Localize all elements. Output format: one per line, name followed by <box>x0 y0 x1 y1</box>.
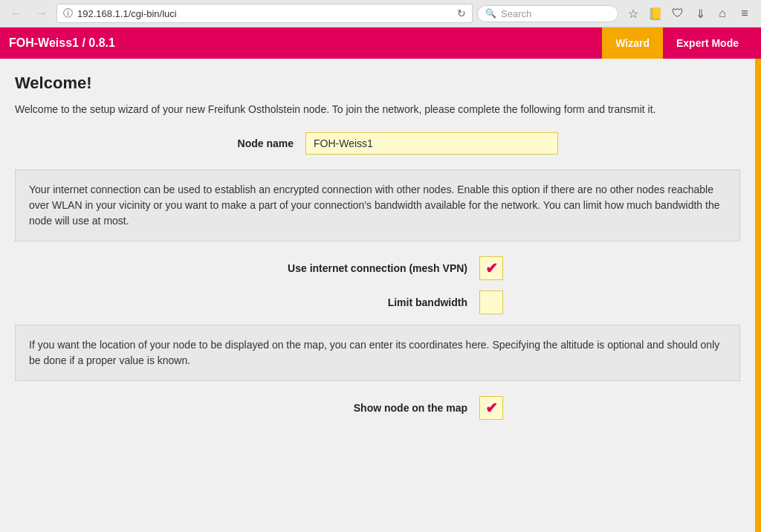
browser-chrome: ← → ⓘ 192.168.1.1/cgi-bin/luci ↻ 🔍 Searc… <box>0 0 761 27</box>
location-info-box: If you want the location of your node to… <box>15 325 740 381</box>
header-nav: Wizard Expert Mode <box>602 27 752 59</box>
shield-button[interactable]: 🛡 <box>667 3 688 24</box>
search-placeholder: Search <box>501 8 531 19</box>
menu-button[interactable]: ≡ <box>734 3 755 24</box>
vpn-info-text: Your internet connection can be used to … <box>29 184 720 227</box>
location-info-text: If you want the location of your node to… <box>29 339 719 366</box>
page-content: Welcome! Welcome to the setup wizard of … <box>0 59 755 532</box>
expert-mode-nav-button[interactable]: Expert Mode <box>663 27 752 59</box>
forward-button[interactable]: → <box>31 3 52 24</box>
bag-button[interactable]: 📒 <box>645 3 666 24</box>
browser-actions: ☆ 📒 🛡 ⇓ ⌂ ≡ <box>623 3 755 24</box>
page-wrapper: Welcome! Welcome to the setup wizard of … <box>0 59 761 532</box>
use-internet-checkmark: ✔ <box>485 259 498 277</box>
info-icon: ⓘ <box>63 7 73 20</box>
app-header: FOH-Weiss1 / 0.8.1 Wizard Expert Mode <box>0 27 761 59</box>
wizard-nav-button[interactable]: Wizard <box>602 27 663 59</box>
use-internet-checkbox[interactable]: ✔ <box>479 256 503 280</box>
back-button[interactable]: ← <box>6 3 27 24</box>
home-button[interactable]: ⌂ <box>712 3 733 24</box>
download-button[interactable]: ⇓ <box>690 3 710 24</box>
side-accent <box>755 59 761 532</box>
address-bar: ⓘ 192.168.1.1/cgi-bin/luci ↻ <box>56 4 473 23</box>
show-node-checkmark: ✔ <box>485 399 498 417</box>
search-icon: 🔍 <box>485 8 496 19</box>
reload-button[interactable]: ↻ <box>457 7 466 19</box>
url-text[interactable]: 192.168.1.1/cgi-bin/luci <box>77 8 453 19</box>
node-name-input[interactable] <box>305 132 558 155</box>
search-bar[interactable]: 🔍 Search <box>477 5 618 22</box>
use-internet-label: Use internet connection (mesh VPN) <box>252 262 467 274</box>
limit-bandwidth-label: Limit bandwidth <box>252 296 467 308</box>
bookmark-button[interactable]: ☆ <box>623 3 644 24</box>
node-name-row: Node name <box>15 132 740 155</box>
page-heading: Welcome! <box>15 74 740 93</box>
app-title: FOH-Weiss1 / 0.8.1 <box>9 36 115 50</box>
browser-toolbar: ← → ⓘ 192.168.1.1/cgi-bin/luci ↻ 🔍 Searc… <box>0 0 761 27</box>
use-internet-row: Use internet connection (mesh VPN) ✔ <box>15 256 740 280</box>
limit-bandwidth-checkbox[interactable] <box>479 291 503 314</box>
show-node-checkbox[interactable]: ✔ <box>479 396 503 420</box>
intro-text: Welcome to the setup wizard of your new … <box>15 102 740 117</box>
limit-bandwidth-row: Limit bandwidth <box>15 291 740 314</box>
vpn-info-box: Your internet connection can be used to … <box>15 169 740 241</box>
show-node-label: Show node on the map <box>252 402 467 414</box>
show-node-row: Show node on the map ✔ <box>15 396 740 420</box>
node-name-label: Node name <box>197 137 294 149</box>
